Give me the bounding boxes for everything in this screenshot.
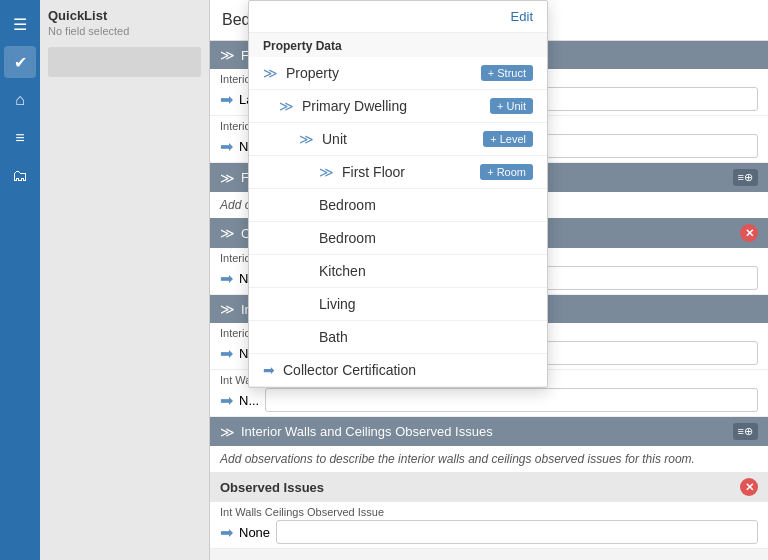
unit-badge: + Level xyxy=(483,131,533,147)
double-chevron-icon-3: ≫ xyxy=(220,225,235,241)
dropdown-room-bedroom-1[interactable]: Bedroom xyxy=(249,189,547,222)
add-button-2[interactable]: ≡⊕ xyxy=(733,169,758,186)
property-badge: + Struct xyxy=(481,65,533,81)
sidebar: ☰ ✔ ⌂ ≡ 🗂 xyxy=(0,0,40,560)
observed-issues-header: Observed Issues ✕ xyxy=(210,472,768,502)
folder-icon[interactable]: 🗂 xyxy=(4,160,36,192)
field-input-box-bottom[interactable] xyxy=(276,520,758,544)
add-icon-2: ≡⊕ xyxy=(733,169,758,186)
field-input-bottom: ➡ None xyxy=(220,520,758,544)
double-chevron-icon-4: ≫ xyxy=(220,301,235,317)
dropdown-room-kitchen[interactable]: Kitchen xyxy=(249,255,547,288)
dropdown-item-collector-left: ➡ Collector Certification xyxy=(263,362,416,378)
dropdown-item-property[interactable]: ≫ Property + Struct xyxy=(249,57,547,90)
dropdown-item-unit[interactable]: ≫ Unit + Level xyxy=(249,123,547,156)
primary-dwelling-badge: + Unit xyxy=(490,98,533,114)
primary-dwelling-label: Primary Dwelling xyxy=(302,98,407,114)
chevron-double-icon-2: ≫ xyxy=(279,98,294,114)
section-header-left-5: ≫ Interior Walls and Ceilings Observed I… xyxy=(220,424,493,440)
observed-issues-label: Observed Issues xyxy=(220,480,324,495)
dropdown-item-unit-left: ≫ Unit xyxy=(299,131,347,147)
dropdown-edit-bar: Edit xyxy=(249,1,547,33)
dropdown-item-property-left: ≫ Property xyxy=(263,65,339,81)
dropdown-item-primary-left: ≫ Primary Dwelling xyxy=(279,98,407,114)
first-floor-label: First Floor xyxy=(342,164,405,180)
dropdown-room-living[interactable]: Living xyxy=(249,288,547,321)
nav-arrow-icon-4[interactable]: ➡ xyxy=(220,344,233,363)
nav-arrow-icon-bottom[interactable]: ➡ xyxy=(220,523,233,542)
dropdown-section-label: Property Data xyxy=(249,33,547,57)
field-value-bottom: None xyxy=(239,525,270,540)
chevron-double-icon-4: ≫ xyxy=(319,164,334,180)
home-icon[interactable]: ⌂ xyxy=(4,84,36,116)
chevron-double-icon-1: ≫ xyxy=(263,65,278,81)
list-icon[interactable]: ≡ xyxy=(4,122,36,154)
quicklist-placeholder xyxy=(48,47,201,77)
nav-arrow-icon-3[interactable]: ➡ xyxy=(220,269,233,288)
nav-arrow-icon-1[interactable]: ➡ xyxy=(220,90,233,109)
field-label-bottom: Int Walls Ceilings Observed Issue xyxy=(220,506,758,518)
double-chevron-icon-5: ≫ xyxy=(220,424,235,440)
dropdown-item-primary-dwelling[interactable]: ≫ Primary Dwelling + Unit xyxy=(249,90,547,123)
field-value-5: N... xyxy=(239,393,259,408)
nav-icon-collector: ➡ xyxy=(263,362,275,378)
double-chevron-icon: ≫ xyxy=(220,47,235,63)
quicklist-panel: QuickList No field selected xyxy=(40,0,210,560)
unit-label: Unit xyxy=(322,131,347,147)
dropdown-item-first-floor[interactable]: ≫ First Floor + Room xyxy=(249,156,547,189)
quicklist-title: QuickList xyxy=(48,8,201,23)
field-row-bottom: Int Walls Ceilings Observed Issue ➡ None xyxy=(210,502,768,549)
nav-arrow-icon-2[interactable]: ➡ xyxy=(220,137,233,156)
field-input-5: ➡ N... xyxy=(220,388,758,412)
quicklist-subtitle: No field selected xyxy=(48,25,201,37)
dropdown-room-bath[interactable]: Bath xyxy=(249,321,547,354)
checklist-icon[interactable]: ✔ xyxy=(4,46,36,78)
close-badge-2[interactable]: ✕ xyxy=(740,478,758,496)
dropdown-overlay: Edit Property Data ≫ Property + Struct ≫… xyxy=(248,0,548,388)
first-floor-badge: + Room xyxy=(480,164,533,180)
section-title-5: Interior Walls and Ceilings Observed Iss… xyxy=(241,424,493,439)
edit-link[interactable]: Edit xyxy=(511,9,533,24)
property-label: Property xyxy=(286,65,339,81)
dropdown-item-floor-left: ≫ First Floor xyxy=(319,164,405,180)
add-icon-5: ≡⊕ xyxy=(733,423,758,440)
add-button-5[interactable]: ≡⊕ xyxy=(733,423,758,440)
close-badge-1[interactable]: ✕ xyxy=(740,224,758,242)
field-input-box-5[interactable] xyxy=(265,388,758,412)
menu-icon[interactable]: ☰ xyxy=(4,8,36,40)
dropdown-item-collector[interactable]: ➡ Collector Certification xyxy=(249,354,547,387)
dropdown-room-bedroom-2[interactable]: Bedroom xyxy=(249,222,547,255)
chevron-double-icon-3: ≫ xyxy=(299,131,314,147)
section-walls-ceilings: ≫ Interior Walls and Ceilings Observed I… xyxy=(210,417,768,446)
double-chevron-icon-2: ≫ xyxy=(220,170,235,186)
obs-text-2: Add observations to describe the interio… xyxy=(210,446,768,472)
nav-arrow-icon-5[interactable]: ➡ xyxy=(220,391,233,410)
collector-label: Collector Certification xyxy=(283,362,416,378)
